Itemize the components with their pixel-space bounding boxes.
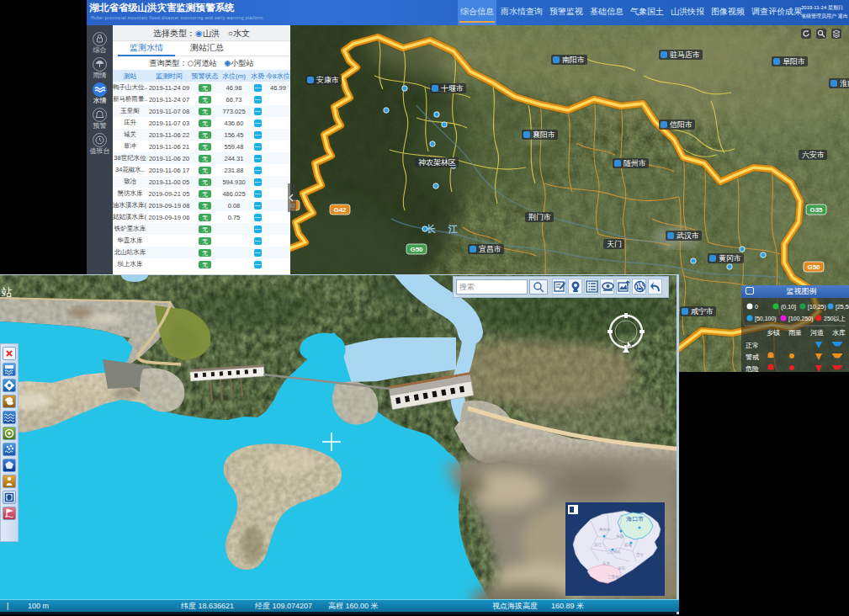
svg-text:G42: G42 — [333, 206, 347, 214]
svg-text:[10,25): [10,25) — [808, 304, 826, 311]
svg-text:海口市: 海口市 — [626, 515, 644, 523]
svg-text:水库: 水库 — [832, 329, 846, 337]
svg-text:长 江: 长 江 — [426, 224, 463, 234]
svg-text:昌江: 昌江 — [594, 543, 602, 547]
svg-text:保亭: 保亭 — [617, 566, 626, 571]
svg-text:屯昌: 屯昌 — [616, 534, 623, 539]
svg-text:五指山: 五指山 — [609, 549, 621, 554]
svg-text:儋州市: 儋州市 — [598, 528, 611, 532]
svg-text:[50,100): [50,100) — [755, 316, 777, 322]
svg-text:乡镇: 乡镇 — [767, 329, 780, 337]
svg-text:雨量: 雨量 — [788, 329, 802, 337]
svg-text:0: 0 — [755, 304, 758, 310]
svg-text:G50: G50 — [410, 246, 423, 253]
svg-text:万宁: 万宁 — [636, 553, 645, 557]
svg-text:三亚市: 三亚市 — [608, 574, 619, 579]
svg-text:正常: 正常 — [746, 342, 759, 349]
svg-text:[100,250): [100,250) — [788, 316, 814, 322]
svg-text:危险: 危险 — [745, 365, 759, 372]
svg-text:[25,50: [25,50 — [836, 304, 849, 311]
svg-text:乐东: 乐东 — [602, 561, 611, 566]
svg-text:G50: G50 — [807, 263, 820, 271]
svg-text:(0,10]: (0,10] — [781, 304, 796, 311]
svg-text:250以上: 250以上 — [824, 316, 846, 321]
svg-text:G35: G35 — [809, 206, 823, 214]
svg-text:警戒: 警戒 — [746, 353, 759, 361]
svg-text:河道: 河道 — [810, 329, 824, 337]
